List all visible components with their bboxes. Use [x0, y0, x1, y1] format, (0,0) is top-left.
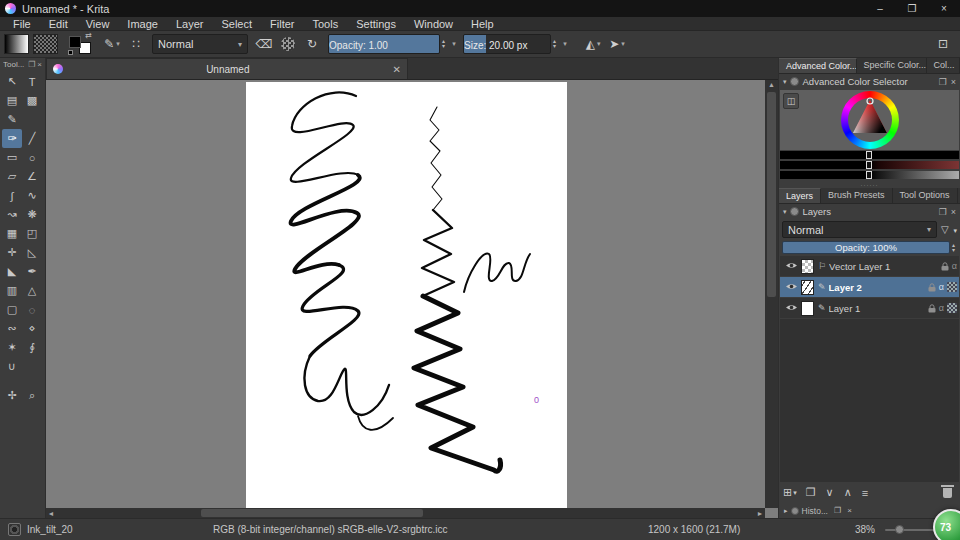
menu-select[interactable]: Select [212, 17, 261, 31]
layer-blending-mode-select[interactable]: Normal ▾ [782, 221, 937, 238]
tool-crop[interactable]: ▦ [2, 224, 22, 243]
layer-alpha-lock-icon[interactable]: α [939, 282, 944, 292]
layer-row[interactable]: ✎ Layer 1 α [780, 298, 959, 318]
layer-visibility-icon[interactable] [785, 282, 798, 293]
tool-pan[interactable]: ✢ [2, 386, 22, 405]
close-docker-icon[interactable]: × [951, 207, 956, 217]
layer-lock-icon[interactable] [941, 262, 949, 271]
tool-move[interactable]: ✛ [2, 243, 22, 262]
strip-marker[interactable] [866, 171, 872, 179]
wrap-around-button[interactable]: ➤ ▾ [606, 33, 628, 55]
menu-file[interactable]: File [4, 17, 40, 31]
hue-ring[interactable] [841, 91, 899, 149]
tool-text[interactable]: T [22, 72, 42, 91]
menu-image[interactable]: Image [118, 17, 167, 31]
tool-transform[interactable]: ◰ [22, 224, 42, 243]
tool-measure[interactable]: ◺ [22, 243, 42, 262]
brush-preset-icon[interactable] [8, 523, 21, 536]
tool-bezier-curve[interactable]: ∫ [2, 186, 22, 205]
horizontal-scroll-thumb[interactable] [201, 509, 423, 517]
tool-color-sampler[interactable]: ✒ [22, 262, 42, 281]
size-options-dropdown[interactable]: ▾ [559, 33, 569, 55]
strip-marker[interactable] [866, 151, 872, 159]
close-docker-icon[interactable]: × [37, 60, 42, 69]
add-layer-button[interactable]: ⊞ ▾ [783, 486, 797, 499]
opacity-options-dropdown[interactable]: ▾ [448, 33, 458, 55]
horizontal-scroll-track[interactable] [56, 508, 755, 518]
tool-select-shapes[interactable]: ↖ [2, 72, 22, 91]
layers-docker-header[interactable]: ▾ Layers ❐ × [779, 204, 960, 219]
eraser-toggle[interactable]: ⌫ [253, 33, 275, 55]
spin-down-icon[interactable]: ▾ [442, 44, 445, 49]
move-layer-down-button[interactable]: ∨ [826, 486, 835, 499]
tool-fill[interactable]: ◣ [2, 262, 22, 281]
tool-edit-shapes[interactable]: ▤ [2, 91, 22, 110]
scroll-left-icon[interactable]: ◄ [46, 510, 56, 517]
menu-layer[interactable]: Layer [167, 17, 213, 31]
tool-gradient[interactable]: ▥ [2, 281, 22, 300]
tool-rect-select[interactable]: ▢ [2, 300, 22, 319]
brush-tool-button[interactable]: ✎ ▾ [101, 33, 123, 55]
layer-inherit-alpha-icon[interactable] [947, 282, 957, 292]
close-button[interactable]: × [928, 0, 960, 17]
close-docker-icon[interactable]: × [847, 506, 852, 515]
tab-brush-presets[interactable]: Brush Presets [821, 188, 893, 203]
tool-polygonal-select[interactable]: ⋄ [22, 319, 42, 338]
collapse-icon[interactable]: ▾ [783, 78, 787, 86]
layer-name[interactable]: Layer 2 [829, 282, 925, 293]
float-docker-icon[interactable]: ❐ [939, 207, 947, 217]
layer-name[interactable]: Layer 1 [829, 303, 925, 314]
layer-thumbnail[interactable] [801, 280, 814, 295]
tool-calligraphy[interactable]: ▩ [22, 91, 42, 110]
layer-opacity-slider[interactable]: Opacity: 100% [782, 241, 950, 254]
layer-lock-icon[interactable] [928, 304, 936, 313]
zoom-slider-knob[interactable] [895, 525, 904, 534]
close-docker-icon[interactable]: × [951, 77, 956, 87]
tab-layers[interactable]: Layers [779, 188, 821, 203]
expand-icon[interactable]: ▸ [784, 507, 788, 515]
tab-col[interactable]: Col... [927, 58, 960, 73]
reset-colors-icon[interactable] [68, 50, 73, 55]
layer-properties-button[interactable]: ≡ [862, 487, 869, 499]
tool-pencil[interactable]: ✎ [2, 110, 22, 129]
layer-alpha-lock-icon[interactable]: α [939, 303, 944, 313]
gradient-swatch[interactable] [4, 34, 29, 54]
toolbox-header[interactable]: Tool... ❐ × [0, 58, 45, 71]
swap-colors-icon[interactable]: ⇄ [85, 31, 92, 40]
tool-line[interactable]: ╱ [22, 129, 42, 148]
preserve-alpha-toggle[interactable] [277, 33, 299, 55]
tool-freehand-path[interactable]: ∿ [22, 186, 42, 205]
shade-strip-2[interactable] [780, 161, 959, 169]
scroll-up-icon[interactable]: ▲ [768, 80, 775, 90]
layer-opacity-spinner[interactable]: ▴ ▾ [950, 243, 957, 253]
menu-help[interactable]: Help [462, 17, 503, 31]
minimize-button[interactable]: – [864, 0, 896, 17]
foreground-color-swatch[interactable] [69, 36, 81, 48]
float-docker-icon[interactable]: ❐ [939, 77, 947, 87]
vertical-scrollbar[interactable]: ▲ [765, 80, 778, 508]
spin-down-icon[interactable]: ▾ [952, 248, 955, 253]
tool-magnetic-select[interactable]: ∪ [2, 357, 22, 376]
move-layer-up-button[interactable]: ∧ [844, 486, 853, 499]
histogram-docker-collapsed[interactable]: ▸ Histo... ❐ × [779, 503, 960, 518]
layer-name[interactable]: Vector Layer 1 [829, 261, 938, 272]
layer-lock-icon[interactable] [928, 283, 936, 292]
reload-preset-button[interactable]: ↻ [301, 33, 323, 55]
layer-thumbnail[interactable] [801, 259, 814, 274]
tool-rectangle[interactable]: ▭ [2, 148, 22, 167]
zoom-slider[interactable] [885, 529, 937, 531]
tool-ellipse-select[interactable]: ◌ [22, 300, 42, 319]
opacity-spinner[interactable]: ▴ ▾ [440, 39, 447, 49]
tool-freehand-select[interactable]: ∾ [2, 319, 22, 338]
tool-bezier-select[interactable]: ∮ [22, 338, 42, 357]
shade-strip-1[interactable] [780, 151, 959, 159]
tool-zoom[interactable]: ⌕ [22, 386, 42, 405]
float-docker-icon[interactable]: ❐ [28, 60, 35, 69]
layer-thumbnail[interactable] [801, 301, 814, 316]
tab-tool-options[interactable]: Tool Options [893, 188, 958, 203]
blending-mode-select[interactable]: Normal ▾ [152, 34, 248, 54]
tab-close-icon[interactable]: ✕ [393, 64, 401, 75]
fg-bg-color-widget[interactable]: ⇄ [68, 33, 92, 55]
tool-multibrush[interactable]: ❋ [22, 205, 42, 224]
strip-marker[interactable] [866, 161, 872, 169]
